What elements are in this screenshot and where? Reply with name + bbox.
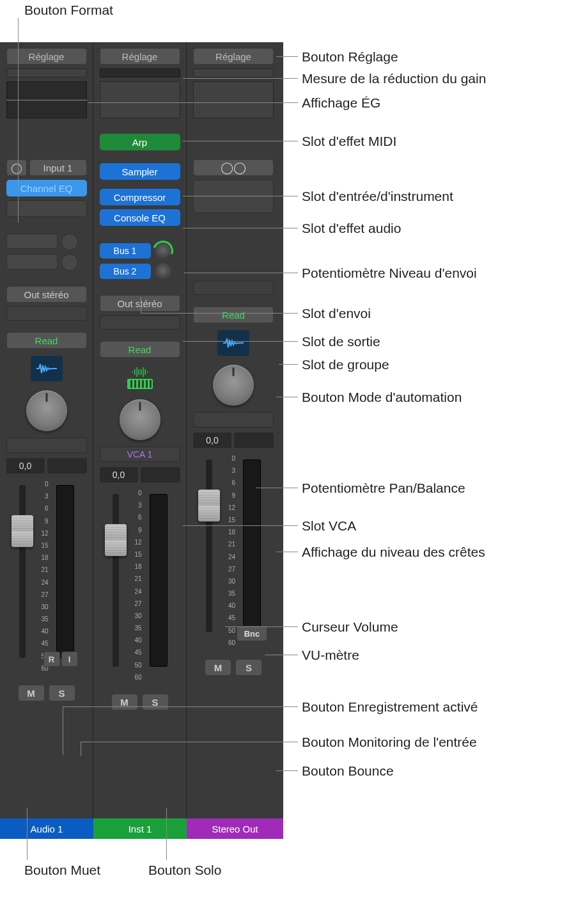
peak-level-clip[interactable]	[234, 433, 274, 448]
send-level-knob[interactable]	[155, 263, 171, 280]
format-button[interactable]: ◯	[6, 159, 27, 176]
callout-meter: VU-mètre	[302, 648, 359, 663]
leader-line	[256, 488, 298, 488]
vca-slot[interactable]	[193, 412, 274, 427]
channel-strip-inst1: Réglage Arp Sampler Compressor Console E…	[93, 42, 187, 839]
callout-inst: Slot d'entrée/d'instrument	[302, 189, 453, 204]
gain-reduction-meter	[100, 68, 180, 77]
setting-button[interactable]: Réglage	[193, 48, 274, 65]
stereo-rings-icon: ◯◯	[221, 161, 246, 175]
fader-track	[19, 485, 26, 658]
send-slot[interactable]: Bus 1	[100, 243, 151, 259]
pan-knob[interactable]	[120, 399, 160, 440]
callout-mon: Bouton Monitoring de l'entrée	[302, 735, 477, 750]
group-slot[interactable]	[193, 281, 274, 295]
track-name[interactable]: Audio 1	[0, 818, 93, 839]
send-knob-empty[interactable]	[61, 254, 78, 271]
waveform-icon	[222, 336, 245, 350]
gain-reduction-meter	[193, 68, 274, 77]
midi-fx-slot[interactable]: Arp	[100, 134, 180, 150]
peak-level-clip[interactable]	[47, 458, 87, 474]
eq-display[interactable]	[193, 81, 274, 118]
callout-fx: Slot d'effet audio	[302, 221, 401, 236]
leader-line	[276, 552, 298, 552]
callout-eq: Affichage ÉG	[302, 95, 380, 111]
track-name[interactable]: Inst 1	[93, 818, 187, 839]
mute-button[interactable]: M	[18, 685, 45, 701]
level-meter	[243, 459, 261, 632]
callout-bnc: Bouton Bounce	[302, 763, 394, 779]
vca-slot[interactable]: VCA 1	[100, 447, 180, 462]
leader-line	[276, 770, 298, 771]
fader-scale: 0369 12151821 24273035 40455060	[224, 456, 235, 646]
peak-level-display: 0,0	[6, 458, 45, 474]
fader-scale: 0369 12151821 24273035 40455060	[37, 481, 49, 672]
callout-auto: Bouton Mode d'automation	[302, 389, 462, 406]
automation-mode-button[interactable]: Read	[6, 332, 87, 349]
bounce-button[interactable]: Bnc	[237, 626, 267, 641]
record-enable-button[interactable]: R	[43, 651, 60, 667]
leader-line	[183, 341, 298, 342]
callout-rec: Bouton Enregistrement activé	[302, 699, 478, 715]
send-knob-empty[interactable]	[61, 234, 78, 250]
leader-line	[184, 273, 298, 273]
audio-fx-slot[interactable]: Compressor	[100, 189, 180, 205]
input-slot[interactable]: Input 1	[29, 159, 87, 176]
callout-solo: Bouton Solo	[148, 863, 221, 878]
leader-line	[225, 626, 298, 627]
setting-button[interactable]: Réglage	[100, 48, 180, 65]
send-slot[interactable]: Bus 2	[100, 264, 151, 279]
group-slot[interactable]	[6, 307, 87, 321]
callout-group: Slot de groupe	[302, 357, 389, 372]
fader-scale: 0369 12151821 24273035 40455060	[130, 490, 142, 681]
volume-fader[interactable]	[105, 524, 127, 556]
group-slot[interactable]	[100, 315, 180, 330]
vca-slot[interactable]	[6, 438, 87, 453]
mute-button[interactable]: M	[205, 659, 231, 676]
audio-fx-slot[interactable]: Console EQ	[100, 209, 180, 226]
leader-line	[183, 196, 298, 196]
callout-send: Slot d'envoi	[302, 306, 371, 321]
leader-line	[81, 742, 81, 756]
channel-strip-stereo-out: Réglage ◯◯ Read 0,0 0369 12151821 242730…	[187, 42, 280, 839]
instrument-slot[interactable]: Sampler	[100, 163, 180, 180]
volume-fader[interactable]	[198, 490, 220, 522]
waveform-icon	[35, 362, 58, 376]
peak-level-clip[interactable]	[141, 467, 180, 482]
leader-line	[183, 228, 298, 228]
eq-display[interactable]	[100, 81, 180, 118]
leader-line	[183, 141, 298, 141]
solo-button[interactable]: S	[235, 659, 262, 676]
pan-knob[interactable]	[26, 390, 67, 431]
mute-button[interactable]: M	[111, 694, 138, 710]
audio-fx-slot-empty[interactable]	[193, 180, 274, 213]
leader-line	[27, 808, 27, 860]
callout-pan: Potentiomètre Pan/Balance	[302, 481, 465, 496]
automation-mode-button[interactable]: Read	[100, 341, 180, 358]
keyboard-icon	[127, 379, 153, 389]
automation-mode-button[interactable]: Read	[193, 307, 274, 323]
mixer-panel: Réglage ◯ Input 1 Channel EQ Out stéréo …	[0, 42, 283, 839]
solo-button[interactable]: S	[142, 694, 169, 710]
stereo-format-button[interactable]: ◯◯	[193, 159, 274, 176]
fader-section: 0369 12151821 24273035 40455060 Bnc	[193, 454, 274, 640]
input-monitor-button[interactable]: I	[61, 651, 78, 667]
callout-format: Bouton Format	[24, 3, 113, 18]
track-type-icon	[31, 356, 63, 381]
output-slot[interactable]: Out stéréo	[100, 295, 180, 312]
fader-track	[113, 494, 119, 667]
volume-fader[interactable]	[12, 515, 33, 547]
send-level-knob[interactable]	[155, 243, 171, 259]
leader-line	[18, 18, 19, 223]
fader-section: 0369 12151821 24273035 40455060 R I	[6, 480, 87, 665]
send-slot-empty[interactable]	[6, 254, 58, 269]
leader-line	[183, 78, 298, 79]
send-slot-empty[interactable]	[6, 234, 58, 249]
fader-track	[206, 459, 212, 632]
track-name[interactable]: Stereo Out	[187, 818, 283, 839]
output-slot[interactable]: Out stéréo	[6, 286, 87, 303]
callout-fader: Curseur Volume	[302, 619, 398, 635]
solo-button[interactable]: S	[49, 685, 75, 701]
balance-knob[interactable]	[213, 365, 254, 406]
leader-line	[166, 808, 167, 860]
